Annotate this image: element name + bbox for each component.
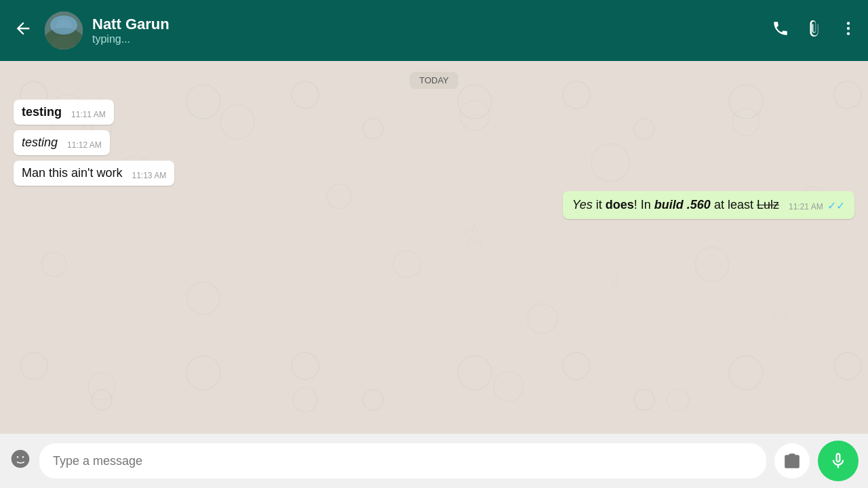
camera-button[interactable] (774, 443, 810, 479)
message-received-2: testing 11:12 AM (14, 130, 110, 155)
contact-name: Natt Garun (92, 16, 762, 33)
message-input[interactable] (39, 443, 766, 479)
svg-point-5 (50, 16, 77, 35)
message-received-1: testing 11:11 AM (14, 100, 114, 125)
message-sent-text: Yes it does! In build .560 at least Lulz (572, 198, 779, 212)
phone-icon[interactable] (772, 20, 789, 41)
more-options-icon[interactable] (840, 20, 857, 41)
contact-info: Natt Garun typing... (92, 16, 762, 45)
date-separator: TODAY (14, 72, 854, 89)
chat-area: TODAY testing 11:11 AM testing 11:12 AM … (0, 61, 868, 434)
emoji-button[interactable] (9, 448, 31, 474)
message-text-1: testing (22, 105, 62, 119)
message-sent-1: Yes it does! In build .560 at least Lulz… (563, 191, 854, 219)
attachment-icon[interactable] (806, 20, 823, 41)
svg-point-7 (847, 27, 850, 30)
read-tick-icon: ✓✓ (827, 200, 845, 211)
message-input-area (0, 434, 868, 488)
message-text-2: testing (22, 136, 58, 150)
message-sent-time: 11:21 AM ✓✓ (785, 199, 845, 212)
chat-header: Natt Garun typing... (0, 0, 868, 61)
message-time-2: 11:12 AM (63, 140, 102, 150)
message-time-3: 11:13 AM (128, 171, 167, 180)
contact-status: typing... (92, 33, 762, 45)
date-badge: TODAY (410, 72, 458, 89)
message-received-3: Man this ain't work 11:13 AM (14, 161, 174, 186)
contact-avatar[interactable] (45, 12, 83, 49)
back-button[interactable] (11, 16, 35, 45)
message-text-3: Man this ain't work (22, 166, 123, 180)
messages-list: testing 11:11 AM testing 11:12 AM Man th… (14, 100, 854, 423)
svg-point-8 (847, 32, 850, 35)
header-actions (772, 20, 857, 41)
message-time-1: 11:11 AM (67, 110, 106, 119)
chat-content: TODAY testing 11:11 AM testing 11:12 AM … (0, 61, 868, 434)
mic-button[interactable] (818, 441, 859, 481)
svg-point-6 (847, 22, 850, 24)
